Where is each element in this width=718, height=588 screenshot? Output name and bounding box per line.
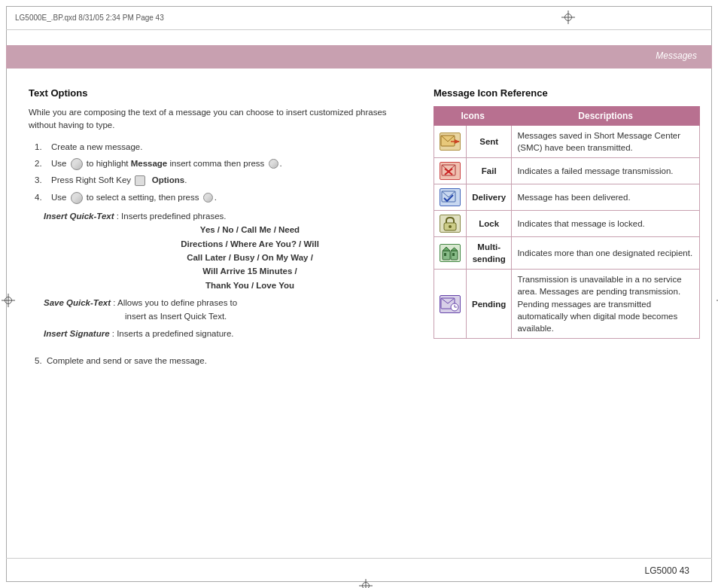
page-number: LG5000 43 [645,565,689,576]
right-column: Message Icon Reference Icons Description… [426,75,712,558]
svg-rect-14 [452,253,455,256]
table-row-fail: Fail Indicates a failed message transmis… [434,158,700,184]
desc-cell-multi: Indicates more than one designated recip… [512,237,700,270]
svg-point-8 [449,225,452,228]
svg-marker-10 [443,247,450,251]
soft-key-icon [135,175,145,186]
table-row-sent: Sent Messages saved in Short Message Cen… [434,126,700,158]
step-5: 5. Complete and send or save the message… [35,354,411,367]
fail-icon [440,162,461,180]
lock-icon [440,215,461,233]
step-4: 4. Use to select a setting, then press . [35,190,411,204]
reg-mark-top [561,11,575,24]
delivery-icon [440,188,461,206]
right-section-title: Message Icon Reference [434,87,700,99]
option-insert-signature: Insert Signature : Inserts a predefined … [44,328,411,340]
icon-cell-sent [434,126,467,158]
label-cell-delivery: Delivery [467,184,512,211]
step-2: 2. Use to highlight Message insert comma… [35,157,411,170]
section-title: Messages [656,50,697,61]
intro-text: While you are composing the text of a me… [29,106,411,133]
table-row-delivery: Delivery Message has been delivered. [434,184,700,211]
table-row-pending: Pending Transmission is unavailable in a… [434,270,700,338]
icon-cell-multi [434,237,467,270]
descriptions-header: Descriptions [512,107,700,126]
header-underline [6,66,712,69]
ok-icon-2 [203,193,213,203]
icon-cell-lock [434,211,467,237]
multi-icon [440,244,461,262]
svg-rect-11 [444,253,446,256]
left-column: Text Options While you are composing the… [6,75,426,558]
table-row-multi: Multi-sending Indicates more than one de… [434,237,700,270]
label-cell-multi: Multi-sending [467,237,512,270]
option-save-quicktext: Save Quick-Text : Allows you to define p… [44,297,411,323]
scroll-icon-2 [71,192,83,204]
ok-icon [269,159,278,169]
step-1: 1. Create a new message. [35,140,411,154]
desc-cell-sent: Messages saved in Short Message Center (… [512,126,700,158]
desc-cell-lock: Indicates that message is locked. [512,211,700,237]
left-section-title: Text Options [29,87,411,99]
options-section: Insert Quick-Text : Inserts predefined p… [44,210,411,340]
sent-icon [440,133,461,151]
icon-reference-table: Icons Descriptions [434,106,700,339]
svg-marker-13 [451,248,458,251]
icon-cell-delivery [434,184,467,211]
steps-list: 1. Create a new message. 2. Use to highl… [35,140,411,205]
option-insert-quicktext: Insert Quick-Text : Inserts predefined p… [44,210,411,292]
label-cell-sent: Sent [467,126,512,158]
file-info: LG5000E_.BP.qxd 8/31/05 2:34 PM Page 43 [15,14,164,22]
scroll-icon [71,158,83,170]
desc-cell-pending: Transmission is unavailable in a no serv… [512,270,700,338]
main-content: Text Options While you are composing the… [6,75,712,558]
table-row-lock: Lock Indicates that message is locked. [434,211,700,237]
step-3: 3. Press Right Soft Key Options. [35,173,411,187]
top-bar: LG5000E_.BP.qxd 8/31/05 2:34 PM Page 43 [6,6,712,30]
table-header-row: Icons Descriptions [434,107,700,126]
label-cell-pending: Pending [467,270,512,338]
label-cell-fail: Fail [467,158,512,184]
icons-header: Icons [434,107,512,126]
desc-cell-delivery: Message has been delivered. [512,184,700,211]
header-stripe: Messages [6,45,712,66]
pending-icon [440,295,461,313]
label-cell-lock: Lock [467,211,512,237]
icon-cell-pending [434,270,467,338]
icon-cell-fail [434,158,467,184]
desc-cell-fail: Indicates a failed message transmission. [512,158,700,184]
